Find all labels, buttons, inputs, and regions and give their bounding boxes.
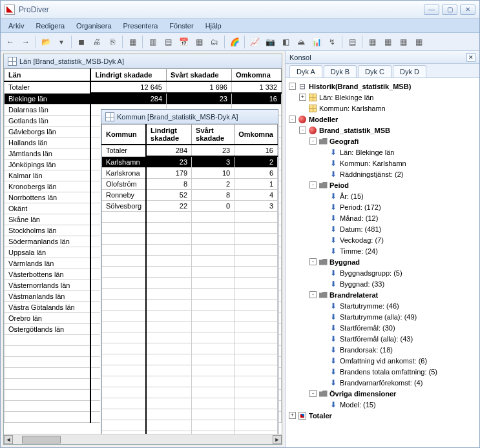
tree-node[interactable]: -⊟Historik(Brand_statistik_MSB) [287, 81, 478, 92]
col-header[interactable]: Omkomna [231, 69, 281, 82]
toolbar-button-18[interactable]: 📊 [309, 35, 324, 49]
scroll-right-icon[interactable]: ► [273, 435, 282, 444]
toolbar-button-2[interactable]: 📂 [39, 35, 53, 49]
toolbar-button-3[interactable]: ▾ [54, 35, 68, 49]
collapse-icon[interactable]: - [309, 291, 317, 298]
tree-node[interactable]: ⬇Byggnadsgrupp: (5) [287, 267, 478, 278]
tree-node[interactable]: -Brand_statistik_MSB [287, 125, 478, 136]
table-row[interactable]: Karlskrona179106 [102, 168, 278, 179]
tree-node[interactable]: ⬇Veckodag: (7) [287, 234, 478, 245]
tree-node[interactable]: ⬇Startutrymme: (46) [287, 300, 478, 311]
toolbar-button-12[interactable]: 🗂 [207, 35, 222, 49]
tree-node[interactable]: ⬇Datum: (481) [287, 223, 478, 234]
toolbar-button-8[interactable]: ▥ [145, 35, 160, 49]
scroll-thumb[interactable] [22, 436, 61, 443]
toolbar-button-10[interactable]: 📅 [176, 35, 191, 49]
collapse-icon[interactable]: - [309, 181, 317, 188]
toolbar-button-4[interactable]: ◼ [74, 35, 89, 49]
tree-node[interactable]: -Övriga dimensioner [287, 388, 478, 399]
toolbar-button-21[interactable]: ▦ [365, 35, 379, 49]
tree-node[interactable]: ⬇Brandens totala omfattning: (5) [287, 366, 478, 377]
toolbar-button-19[interactable]: ↯ [325, 35, 339, 49]
tree-node[interactable]: ⬇Län: Blekinge län [287, 147, 478, 158]
col-header[interactable]: Omkomna [235, 125, 278, 145]
toolbar-button-23[interactable]: ▦ [396, 35, 410, 49]
tree-node[interactable]: +Län: Blekinge län [287, 92, 478, 103]
kommun-table[interactable]: KommunLindrigt skadadeSvårt skadadeOmkom… [101, 124, 278, 445]
table-row[interactable]: Ronneby5284 [102, 190, 278, 201]
toolbar-button-17[interactable]: ⛰ [294, 35, 308, 49]
table-row[interactable]: Totaler2842316 [102, 145, 278, 156]
toolbar-button-24[interactable]: ▦ [412, 35, 426, 49]
toolbar-button-13[interactable]: 🌈 [227, 35, 242, 49]
collapse-icon[interactable]: - [309, 258, 317, 265]
col-header[interactable]: Län [5, 69, 91, 82]
tree-node[interactable]: ⬇Startföremål (alla): (43) [287, 333, 478, 344]
menu-redigera[interactable]: Redigera [30, 21, 70, 31]
maximize-button[interactable]: ▢ [442, 5, 457, 15]
col-header[interactable]: Svårt skadade [167, 69, 232, 82]
toolbar-button-15[interactable]: 📷 [263, 35, 277, 49]
tree-node[interactable]: -Brandrelaterat [287, 289, 478, 300]
expand-icon[interactable]: + [289, 412, 296, 419]
menu-fönster[interactable]: Fönster [164, 21, 198, 31]
tree-node[interactable]: -Byggnad [287, 256, 478, 267]
col-header[interactable]: Lindrigt skadade [90, 69, 166, 82]
tree-node[interactable]: Kommun: Karlshamn [287, 103, 478, 114]
table-row[interactable]: Totaler12 6451 6961 332 [5, 81, 282, 93]
toolbar-button-16[interactable]: ◧ [278, 35, 293, 49]
tab-dyk-d[interactable]: Dyk D [393, 65, 426, 77]
toolbar-button-0[interactable]: ← [3, 35, 17, 49]
tree-node[interactable]: ⬇Startutrymme (alla): (49) [287, 311, 478, 322]
menu-organisera[interactable]: Organisera [71, 21, 116, 31]
collapse-icon[interactable]: - [299, 127, 306, 134]
tree-node[interactable]: ⬇Omfattning vid ankomst: (6) [287, 355, 478, 366]
table-row[interactable]: Olofström821 [102, 179, 278, 190]
tab-dyk-c[interactable]: Dyk C [358, 65, 391, 77]
tree-node[interactable]: +Totaler [287, 410, 478, 421]
toolbar-button-7[interactable]: ▦ [125, 35, 140, 49]
close-button[interactable]: ✕ [460, 5, 475, 15]
table-row[interactable]: Blekinge län2842316 [5, 93, 282, 105]
tree-node[interactable]: -Peiod [287, 179, 478, 190]
tree-node[interactable]: ⬇Brandvarnarförekomst: (4) [287, 377, 478, 388]
toolbar-button-20[interactable]: ▤ [345, 35, 359, 49]
lan-panel-header[interactable]: Län [Brand_statistik_MSB-Dyk A] [4, 54, 282, 68]
konsol-tree[interactable]: -⊟Historik(Brand_statistik_MSB)+Län: Ble… [286, 78, 479, 447]
tree-node[interactable]: ⬇Kommun: Karlshamn [287, 158, 478, 168]
tree-node[interactable]: ⬇Timme: (24) [287, 245, 478, 256]
menu-presentera[interactable]: Presentera [118, 21, 163, 31]
tree-node[interactable]: ⬇Räddningstjänst: (2) [287, 168, 478, 179]
table-row[interactable]: Sölvesborg2203 [102, 201, 278, 212]
col-header[interactable]: Kommun [102, 125, 147, 145]
table-row[interactable]: Karlshamn2332 [102, 156, 278, 168]
expand-icon[interactable]: + [299, 94, 306, 101]
toolbar-button-6[interactable]: ⎘ [105, 35, 120, 49]
tree-node[interactable]: ⬇Period: (172) [287, 201, 478, 212]
menu-hjälp[interactable]: Hjälp [200, 21, 227, 31]
konsol-close-icon[interactable]: ✕ [466, 53, 475, 62]
tree-node[interactable]: ⬇Startföremål: (30) [287, 322, 478, 333]
toolbar-button-1[interactable]: → [19, 35, 33, 49]
scroll-left-icon[interactable]: ◄ [4, 435, 13, 444]
menu-arkiv[interactable]: Arkiv [3, 21, 29, 31]
collapse-icon[interactable]: - [309, 390, 317, 397]
toolbar-button-11[interactable]: ▦ [192, 35, 206, 49]
collapse-icon[interactable]: - [289, 83, 296, 90]
h-scrollbar[interactable]: ◄ ► [4, 434, 282, 444]
tab-dyk-a[interactable]: Dyk A [289, 65, 322, 77]
tree-node[interactable]: -Geografi [287, 136, 478, 147]
col-header[interactable]: Svårt skadade [192, 125, 235, 145]
tree-node[interactable]: ⬇Model: (15) [287, 399, 478, 410]
collapse-icon[interactable]: - [309, 137, 317, 145]
kommun-panel-header[interactable]: Kommun [Brand_statistik_MSB-Dyk A] [101, 110, 278, 124]
tree-node[interactable]: -Modeller [287, 114, 478, 125]
tree-node[interactable]: ⬇År: (15) [287, 190, 478, 201]
minimize-button[interactable]: — [424, 5, 439, 15]
col-header[interactable]: Lindrigt skadade [146, 125, 192, 145]
tree-node[interactable]: ⬇Månad: (12) [287, 212, 478, 223]
collapse-icon[interactable]: - [289, 116, 296, 123]
toolbar-button-22[interactable]: ▦ [381, 35, 395, 49]
tree-node[interactable]: ⬇Brandorsak: (18) [287, 344, 478, 355]
tree-node[interactable]: ⬇Byggnad: (33) [287, 278, 478, 289]
